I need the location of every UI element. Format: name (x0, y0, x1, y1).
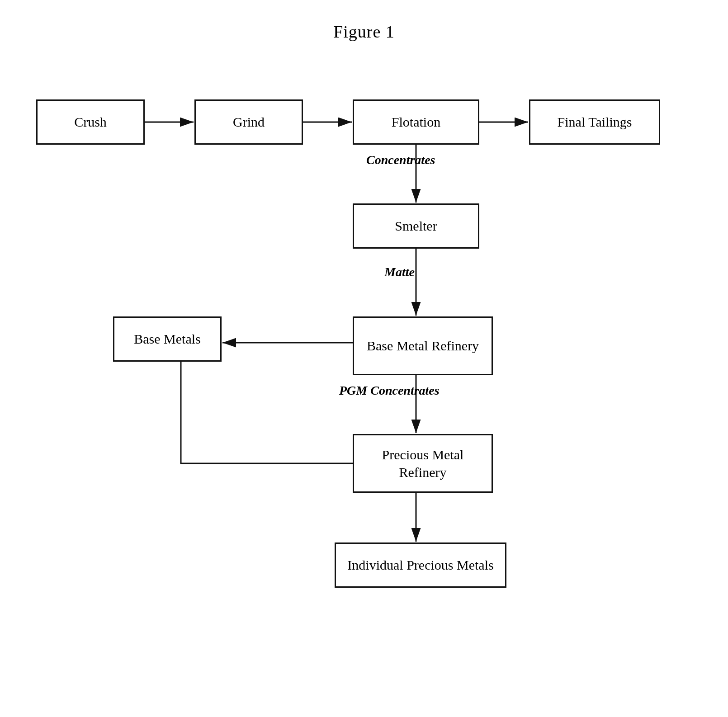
label-matte: Matte (384, 265, 415, 279)
box-crush: Crush (36, 99, 145, 145)
box-individual-precious-metals: Individual Precious Metals (335, 542, 506, 588)
box-precious-metal-refinery: Precious Metal Refinery (353, 434, 493, 493)
box-smelter: Smelter (353, 203, 479, 249)
box-final-tailings: Final Tailings (529, 99, 660, 145)
page-title: Figure 1 (0, 0, 728, 42)
box-base-metals: Base Metals (113, 316, 222, 362)
box-grind: Grind (194, 99, 303, 145)
arrows-svg (23, 54, 705, 705)
label-pgm-concentrates: PGM Concentrates (339, 383, 440, 398)
box-base-metal-refinery: Base Metal Refinery (353, 316, 493, 375)
label-concentrates: Concentrates (366, 153, 435, 167)
box-flotation: Flotation (353, 99, 479, 145)
diagram-container: Crush Grind Flotation Final Tailings Sme… (23, 54, 705, 705)
